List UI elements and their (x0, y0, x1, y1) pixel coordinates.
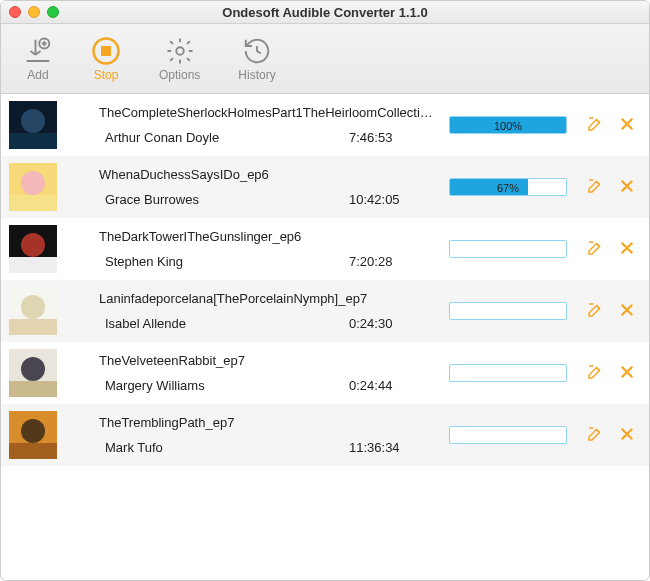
cover-art (9, 101, 57, 149)
close-icon (618, 239, 636, 260)
stop-button[interactable]: Stop (91, 36, 121, 82)
item-actions (585, 115, 637, 135)
minimize-icon[interactable] (28, 6, 40, 18)
item-actions (585, 425, 637, 445)
options-label: Options (159, 68, 200, 82)
item-meta: TheCompleteSherlockHolmesPart1TheHeirloo… (69, 105, 437, 145)
close-icon (618, 301, 636, 322)
progress-bar (449, 302, 567, 320)
cover-art (9, 349, 57, 397)
svg-rect-2 (102, 47, 110, 55)
list-item[interactable]: Laninfadeporcelana[ThePorcelainNymph]_ep… (1, 280, 649, 342)
svg-rect-8 (9, 195, 57, 211)
svg-rect-20 (9, 443, 57, 459)
svg-rect-17 (9, 381, 57, 397)
add-icon (23, 36, 53, 66)
item-meta: TheDarkTowerITheGunslinger_ep6 Stephen K… (69, 229, 437, 269)
window-title: Ondesoft Audible Converter 1.1.0 (1, 5, 649, 20)
titlebar: Ondesoft Audible Converter 1.1.0 (1, 1, 649, 24)
close-icon (618, 363, 636, 384)
add-button[interactable]: Add (23, 36, 53, 82)
edit-button[interactable] (585, 239, 605, 259)
svg-point-12 (21, 233, 45, 257)
history-label: History (238, 68, 275, 82)
item-actions (585, 177, 637, 197)
list-item[interactable]: TheTremblingPath_ep7 Mark Tufo 11:36:34 (1, 404, 649, 466)
progress-bar: 67% (449, 178, 567, 196)
add-label: Add (27, 68, 48, 82)
item-author: Mark Tufo (99, 440, 349, 455)
svg-rect-5 (9, 133, 57, 149)
remove-button[interactable] (617, 301, 637, 321)
item-actions (585, 301, 637, 321)
item-title: Laninfadeporcelana[ThePorcelainNymph]_ep… (99, 291, 437, 306)
list-item[interactable]: TheDarkTowerITheGunslinger_ep6 Stephen K… (1, 218, 649, 280)
zoom-icon[interactable] (47, 6, 59, 18)
edit-icon (586, 115, 604, 136)
item-title: TheDarkTowerITheGunslinger_ep6 (99, 229, 437, 244)
window-controls (9, 6, 59, 18)
item-title: TheCompleteSherlockHolmesPart1TheHeirloo… (99, 105, 437, 120)
edit-button[interactable] (585, 425, 605, 445)
svg-point-18 (21, 357, 45, 381)
edit-icon (586, 301, 604, 322)
cover-art (9, 287, 57, 335)
remove-button[interactable] (617, 425, 637, 445)
remove-button[interactable] (617, 363, 637, 383)
svg-point-9 (21, 171, 45, 195)
progress-bar (449, 240, 567, 258)
cover-art (9, 163, 57, 211)
item-meta: TheVelveteenRabbit_ep7 Margery Williams … (69, 353, 437, 393)
progress-label: 67% (450, 179, 566, 196)
item-author: Arthur Conan Doyle (99, 130, 349, 145)
edit-icon (586, 363, 604, 384)
gear-icon (165, 36, 195, 66)
item-actions (585, 363, 637, 383)
progress-bar (449, 426, 567, 444)
edit-button[interactable] (585, 301, 605, 321)
close-icon[interactable] (9, 6, 21, 18)
edit-button[interactable] (585, 177, 605, 197)
progress-label: 100% (450, 117, 566, 134)
cover-art (9, 225, 57, 273)
remove-button[interactable] (617, 177, 637, 197)
options-button[interactable]: Options (159, 36, 200, 82)
item-author: Margery Williams (99, 378, 349, 393)
cover-art (9, 411, 57, 459)
list-item[interactable]: TheCompleteSherlockHolmesPart1TheHeirloo… (1, 94, 649, 156)
history-button[interactable]: History (238, 36, 275, 82)
item-meta: WhenaDuchessSaysIDo_ep6 Grace Burrowes 1… (69, 167, 437, 207)
progress-bar (449, 364, 567, 382)
edit-button[interactable] (585, 115, 605, 135)
item-duration: 7:20:28 (349, 254, 392, 269)
item-duration: 7:46:53 (349, 130, 392, 145)
list-item[interactable]: WhenaDuchessSaysIDo_ep6 Grace Burrowes 1… (1, 156, 649, 218)
audiobook-list: TheCompleteSherlockHolmesPart1TheHeirloo… (1, 94, 649, 466)
item-title: TheTremblingPath_ep7 (99, 415, 437, 430)
close-icon (618, 115, 636, 136)
svg-point-3 (176, 47, 184, 55)
svg-rect-11 (9, 257, 57, 273)
remove-button[interactable] (617, 115, 637, 135)
item-meta: Laninfadeporcelana[ThePorcelainNymph]_ep… (69, 291, 437, 331)
edit-button[interactable] (585, 363, 605, 383)
list-item[interactable]: TheVelveteenRabbit_ep7 Margery Williams … (1, 342, 649, 404)
stop-icon (91, 36, 121, 66)
toolbar: Add Stop Options History (1, 24, 649, 94)
svg-rect-14 (9, 319, 57, 335)
item-duration: 11:36:34 (349, 440, 400, 455)
item-author: Stephen King (99, 254, 349, 269)
remove-button[interactable] (617, 239, 637, 259)
item-duration: 0:24:30 (349, 316, 392, 331)
stop-label: Stop (94, 68, 119, 82)
svg-point-21 (21, 419, 45, 443)
edit-icon (586, 425, 604, 446)
item-title: TheVelveteenRabbit_ep7 (99, 353, 437, 368)
svg-point-6 (21, 109, 45, 133)
progress-bar: 100% (449, 116, 567, 134)
item-duration: 10:42:05 (349, 192, 400, 207)
item-duration: 0:24:44 (349, 378, 392, 393)
item-author: Isabel Allende (99, 316, 349, 331)
item-meta: TheTremblingPath_ep7 Mark Tufo 11:36:34 (69, 415, 437, 455)
edit-icon (586, 239, 604, 260)
